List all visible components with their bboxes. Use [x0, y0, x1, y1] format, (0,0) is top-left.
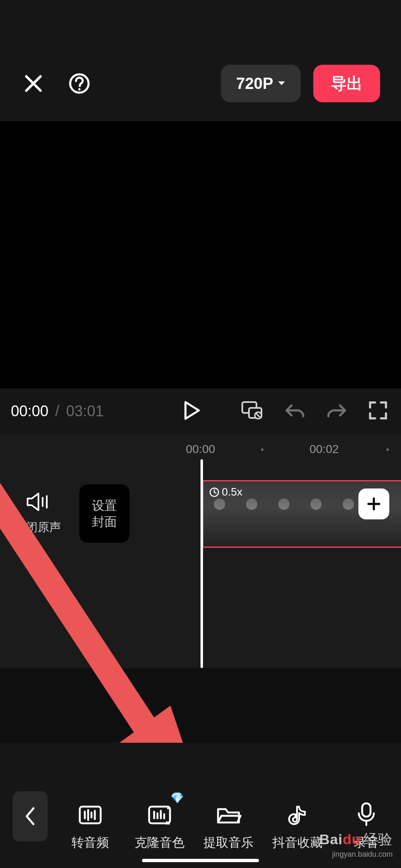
fullscreen-icon [368, 401, 388, 420]
plus-icon [366, 496, 382, 512]
clip-speed-badge: 0.5x [209, 486, 242, 499]
redo-button[interactable] [327, 401, 347, 421]
watermark: Baidu经验 jingyan.baidu.com [320, 830, 393, 859]
tool-label: 抖音收藏 [272, 834, 322, 851]
ruler-dot [261, 448, 264, 451]
fullscreen-button[interactable] [368, 401, 388, 422]
play-icon [181, 400, 201, 420]
resolution-selector[interactable]: 720P [221, 65, 301, 102]
play-button[interactable] [181, 400, 201, 422]
export-label: 导出 [331, 73, 363, 94]
tool-convert-audio[interactable]: 转音频 [56, 803, 125, 851]
export-button[interactable]: 导出 [313, 65, 380, 102]
svg-rect-12 [362, 803, 371, 817]
tool-extract-music[interactable]: 提取音乐 [194, 803, 263, 851]
close-button[interactable] [21, 71, 46, 96]
pip-off-icon [241, 401, 263, 420]
undo-icon [285, 401, 305, 420]
set-cover-button[interactable]: 设置封面 [79, 484, 129, 543]
playhead[interactable] [200, 459, 203, 668]
ruler-tick: 00:00 [186, 443, 215, 456]
video-preview[interactable] [0, 121, 401, 388]
duration: 03:01 [66, 402, 104, 420]
clock-icon [209, 487, 219, 497]
chevron-down-icon [277, 81, 286, 86]
ruler-tick: 00:02 [310, 443, 339, 456]
redo-icon [327, 401, 347, 420]
mute-label: 关闭原声 [0, 519, 75, 535]
help-button[interactable] [67, 71, 92, 96]
undo-button[interactable] [285, 401, 305, 421]
help-icon [69, 73, 90, 94]
svg-rect-11 [149, 807, 170, 823]
convert-audio-icon [77, 803, 103, 827]
chevron-left-icon [24, 807, 36, 826]
home-indicator [142, 859, 259, 862]
folder-icon [216, 803, 241, 827]
timeline[interactable]: 00:00 00:02 关闭原声 设置封面 0.5x [0, 434, 401, 668]
timecode: 00:00 / 03:01 [11, 402, 104, 420]
gem-icon: 💎 [170, 792, 184, 805]
time-separator: / [55, 402, 59, 420]
svg-point-1 [78, 88, 81, 91]
tool-clone-voice[interactable]: 💎 克隆音色 [125, 803, 194, 851]
ruler-dot [386, 448, 389, 451]
tool-label: 转音频 [71, 834, 109, 851]
clone-voice-icon [147, 803, 173, 827]
resolution-label: 720P [236, 75, 273, 93]
close-icon [24, 74, 43, 93]
pip-off-button[interactable] [241, 401, 263, 421]
mute-original-button[interactable]: 关闭原声 [0, 492, 75, 535]
transport-bar: 00:00 / 03:01 [0, 388, 401, 434]
speaker-icon [26, 492, 49, 512]
tool-label: 提取音乐 [203, 834, 254, 851]
back-button[interactable] [13, 791, 48, 841]
add-clip-button[interactable] [358, 488, 389, 519]
svg-rect-10 [80, 807, 101, 823]
header: 720P 导出 [0, 0, 401, 121]
douyin-icon [286, 803, 309, 827]
current-time: 00:00 [11, 402, 48, 420]
tool-label: 克隆音色 [135, 834, 185, 851]
mic-icon [356, 802, 376, 827]
